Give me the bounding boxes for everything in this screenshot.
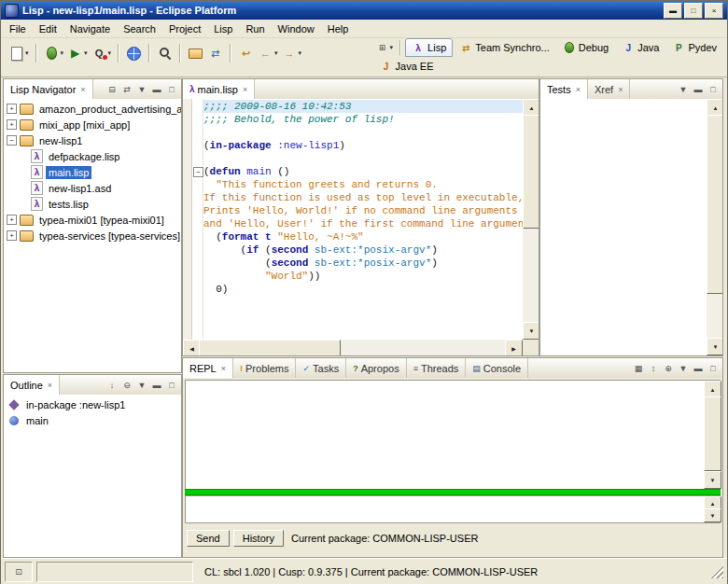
code-line-6[interactable]: (defun main ()	[203, 165, 523, 178]
outline-item-in-package-new-lisp1[interactable]: in-package :new-lisp1	[4, 396, 181, 412]
scroll-thumb[interactable]	[199, 340, 341, 355]
editor-vscrollbar[interactable]: ▲ ▼	[523, 99, 539, 340]
forward-button[interactable]: →▾	[280, 43, 304, 63]
code-line-10[interactable]: and 'Hello, User!' if the first command …	[203, 217, 523, 230]
resize-grip[interactable]	[710, 565, 723, 578]
minimize-view-icon[interactable]: ▬	[150, 83, 163, 96]
maximize-view-icon[interactable]: □	[707, 83, 720, 96]
scroll-lock-icon[interactable]: ↕	[647, 362, 660, 375]
clear-icon[interactable]: ▦	[632, 362, 645, 375]
minimize-window-button[interactable]: ▬	[664, 3, 682, 19]
expander-icon[interactable]: −	[7, 135, 17, 146]
tests-vscrollbar[interactable]: ▲ ▼	[707, 99, 722, 355]
code-area[interactable]: ;;;; 2009-08-16 10:42:53;;;; Behold, the…	[203, 100, 523, 340]
code-line-1[interactable]: ;;;; 2009-08-16 10:42:53	[203, 100, 523, 113]
code-line-4[interactable]: (in-package :new-lisp1)	[203, 139, 523, 152]
console-tab-threads[interactable]: ≡Threads	[407, 358, 467, 378]
view-menu-icon[interactable]: ▼	[135, 379, 148, 392]
minimize-view-icon[interactable]: ▬	[150, 379, 163, 392]
tree-item-amazon-product-advertising-api-pyth[interactable]: +amazon_product_advertising_api_pyth	[4, 101, 181, 117]
code-line-13[interactable]: (second sb-ext:*posix-argv*)	[203, 257, 523, 270]
perspective-team-synchro[interactable]: ⇄Team Synchro...	[453, 38, 555, 57]
view-menu-icon[interactable]: ▼	[677, 83, 690, 96]
open-perspective-button[interactable]: ⊞▾	[373, 40, 397, 55]
navigator-tab-lisp-navigator[interactable]: Lisp Navigator×	[4, 79, 93, 99]
close-tab-icon[interactable]: ×	[221, 364, 226, 373]
perspective-pydev[interactable]: PPydev	[665, 38, 723, 57]
menu-file[interactable]: File	[3, 21, 33, 36]
menu-navigate[interactable]: Navigate	[63, 21, 117, 36]
code-line-7[interactable]: "This function greets and returns 0.	[203, 178, 523, 191]
perspective-java[interactable]: JJava	[615, 38, 665, 57]
tree-item-typea-mixi01-typea-mixi01[interactable]: +typea-mixi01 [typea-mixi01]	[4, 212, 181, 228]
back-button[interactable]: ←▾	[256, 43, 280, 63]
code-line-2[interactable]: ;;;; Behold, the power of lisp!	[203, 113, 523, 126]
code-line-11[interactable]: (format t "Hello, ~A!~%"	[203, 230, 523, 243]
view-menu-icon[interactable]: ▼	[677, 362, 690, 375]
scroll-thumb[interactable]	[707, 115, 722, 294]
external-tools-button[interactable]: Q▾	[90, 43, 114, 63]
console-tab-tasks[interactable]: ✓Tasks	[296, 358, 346, 378]
maximize-view-icon[interactable]: □	[165, 83, 178, 96]
filter-icon[interactable]: ⊖	[120, 379, 133, 392]
close-tab-icon[interactable]: ×	[48, 381, 52, 390]
code-line-5[interactable]	[203, 152, 523, 165]
console-tab-apropos[interactable]: ?Apropos	[346, 358, 406, 378]
close-tab-icon[interactable]: ×	[80, 85, 85, 94]
tree-item-tests-lisp[interactable]: λtests.lisp	[4, 196, 181, 212]
minimize-view-icon[interactable]: ▬	[692, 83, 705, 96]
editor-hscrollbar[interactable]: ◀ ▶	[183, 340, 523, 355]
tree-item-new-lisp1[interactable]: −new-lisp1	[4, 132, 181, 148]
new-wizard-button[interactable]: ▾	[7, 43, 31, 63]
collapse-all-icon[interactable]: ⊟	[105, 83, 119, 96]
code-line-8[interactable]: If this function is used as top level in…	[203, 191, 523, 204]
tree-item-typea-services-typea-services[interactable]: +typea-services [typea-services]	[4, 228, 181, 243]
menu-search[interactable]: Search	[117, 21, 162, 36]
history-button[interactable]: History	[233, 530, 284, 547]
close-tab-icon[interactable]: ×	[618, 85, 623, 94]
code-line-3[interactable]	[203, 126, 523, 139]
perspective-lisp[interactable]: λLisp	[405, 38, 453, 57]
last-edit-location-button[interactable]: ↩	[236, 43, 256, 63]
tree-item-main-lisp[interactable]: λmain.lisp	[4, 164, 181, 180]
code-line-12[interactable]: (if (second sb-ext:*posix-argv*)	[203, 243, 523, 257]
tree-item-new-lisp1-asd[interactable]: λnew-lisp1.asd	[4, 180, 181, 196]
code-line-14[interactable]: "World"))	[203, 270, 523, 283]
tests-tab-tests[interactable]: Tests×	[540, 79, 588, 99]
code-line-9[interactable]: Prints 'Hello, World!' if no command lin…	[203, 204, 523, 217]
editor-tab-main-lisp[interactable]: λmain.lisp×	[183, 79, 255, 99]
code-line-15[interactable]: 0)	[203, 283, 523, 296]
sort-icon[interactable]: ↓	[105, 379, 119, 392]
menu-run[interactable]: Run	[239, 21, 271, 36]
close-window-button[interactable]: ×	[705, 3, 723, 19]
perspective-java-ee[interactable]: JJava EE	[373, 57, 441, 76]
menu-window[interactable]: Window	[272, 21, 321, 36]
outline-tab-outline[interactable]: Outline×	[4, 375, 60, 395]
expander-icon[interactable]: +	[7, 230, 17, 241]
repl-input[interactable]: ▲ ▼	[185, 495, 721, 523]
console-tab-repl[interactable]: REPL×	[183, 358, 233, 378]
maximize-view-icon[interactable]: □	[707, 362, 720, 375]
repl-output-scrollbar[interactable]: ▲ ▼	[704, 381, 720, 489]
scroll-down-button[interactable]: ▼	[523, 322, 539, 340]
repl-input-scrollbar[interactable]: ▲ ▼	[704, 496, 720, 522]
close-tab-icon[interactable]: ×	[576, 85, 581, 94]
expander-icon[interactable]: +	[7, 215, 17, 225]
console-tab-console[interactable]: ▤Console	[466, 358, 528, 378]
outline-item-main[interactable]: main	[4, 412, 181, 428]
console-tab-problems[interactable]: !Problems	[233, 358, 296, 378]
expander-icon[interactable]: +	[7, 104, 17, 114]
menu-edit[interactable]: Edit	[33, 21, 63, 36]
menu-lisp[interactable]: Lisp	[207, 21, 239, 36]
close-tab-icon[interactable]: ×	[243, 85, 247, 94]
fold-marker[interactable]: −	[193, 167, 203, 177]
expander-icon[interactable]: +	[7, 119, 17, 130]
perspective-debug[interactable]: Debug	[556, 38, 615, 57]
view-menu-icon[interactable]: ▼	[135, 83, 148, 96]
tests-tab-xref[interactable]: Xref×	[588, 79, 630, 99]
scroll-right-button[interactable]: ▶	[505, 340, 523, 355]
tree-item-defpackage-lisp[interactable]: λdefpackage.lisp	[4, 148, 181, 164]
scroll-down-button[interactable]: ▼	[707, 338, 722, 355]
scroll-down-button[interactable]: ▼	[704, 508, 721, 522]
scroll-thumb[interactable]	[523, 115, 539, 229]
